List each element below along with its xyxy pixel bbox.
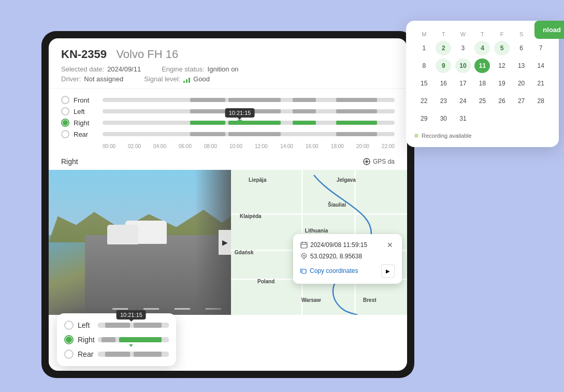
cal-day-13[interactable]: 13 (512, 57, 531, 75)
mini-timeline-rear[interactable] (98, 350, 169, 358)
cal-day-6[interactable]: 6 (512, 39, 531, 57)
seg-right-1 (190, 121, 225, 125)
camera-row-right[interactable]: Right 10:21:15 (61, 119, 395, 127)
camera-right-text: Right (74, 119, 89, 127)
time-axis: 00:00 02:00 04:00 06:00 08:00 10:00 12:0… (61, 141, 395, 149)
camera-label-rear[interactable]: Rear (61, 130, 103, 138)
cal-day-25[interactable]: 25 (473, 92, 493, 110)
gps-popup-close[interactable]: ✕ (385, 240, 395, 250)
mini-radio-left[interactable] (64, 321, 74, 330)
mini-radio-right[interactable] (64, 335, 74, 344)
cal-day-20[interactable]: 20 (512, 75, 531, 92)
mini-radio-rear[interactable] (64, 350, 74, 359)
mini-label-right[interactable]: Right (64, 335, 98, 344)
camera-front-text: Front (74, 96, 89, 104)
cal-day-4[interactable]: 4 (473, 39, 493, 57)
camera-label-front[interactable]: Front (61, 96, 103, 104)
camera-rear-text: Rear (74, 130, 88, 138)
cal-day-17[interactable]: 17 (453, 75, 473, 92)
cal-day-2[interactable]: 2 (434, 39, 454, 57)
timeline-track-rear (103, 132, 395, 136)
mini-track-right (98, 337, 169, 342)
cal-day-21[interactable]: 21 (531, 75, 551, 92)
cal-week-5: 29 30 31 (414, 110, 551, 127)
cal-day-7[interactable]: 7 (531, 39, 551, 57)
mini-row-right[interactable]: Right (64, 335, 169, 344)
signal-bars-icon (183, 76, 190, 83)
camera-label-right[interactable]: Right (61, 119, 103, 127)
cal-day-29[interactable]: 29 (414, 110, 434, 127)
camera-label-left[interactable]: Left (61, 107, 103, 115)
map-label-brest: Brest (363, 297, 377, 303)
mini-timeline-right[interactable] (98, 336, 169, 344)
download-button[interactable]: nload (534, 21, 564, 39)
cal-day-3[interactable]: 3 (453, 39, 473, 57)
location-icon (300, 253, 308, 260)
cal-day-15[interactable]: 15 (414, 75, 434, 92)
time-2: 04:00 (153, 143, 166, 149)
cal-day-31[interactable]: 31 (453, 110, 473, 127)
copy-coordinates-button[interactable]: Copy coordinates (300, 267, 358, 274)
cal-day-16[interactable]: 16 (434, 75, 454, 92)
cal-day-9[interactable]: 9 (434, 57, 454, 75)
calendar-table: M T W T F S S 1 2 3 4 5 6 7 8 9 10 (414, 29, 551, 127)
timeline-rear[interactable] (103, 131, 395, 137)
timeline-right[interactable]: 10:21:15 (103, 120, 395, 126)
cal-day-19[interactable]: 19 (492, 75, 512, 92)
cal-day-10[interactable]: 10 (453, 57, 473, 75)
map-label-jelgava: Jelgava (337, 177, 356, 183)
cal-day-1[interactable]: 1 (414, 39, 434, 57)
mini-seg-left-1 (105, 323, 130, 328)
play-button[interactable]: ▶ (381, 264, 395, 278)
signal-value: Good (193, 75, 210, 83)
mini-timeline-left[interactable]: 10:21:15 (98, 321, 169, 329)
map-label-gdansk: Gdańsk (235, 250, 254, 255)
mini-track-left: 10:21:15 (98, 323, 169, 328)
time-tooltip: 10:21:15 (225, 108, 255, 118)
cal-week-4: 22 23 24 25 26 27 28 (414, 92, 551, 110)
cal-day-14[interactable]: 14 (531, 57, 551, 75)
copy-label: Copy coordinates (310, 267, 358, 274)
radio-right[interactable] (61, 119, 69, 127)
cal-day-11[interactable]: 11 (473, 57, 493, 75)
video-next-arrow[interactable]: ▶ (219, 230, 231, 255)
cal-day-8[interactable]: 8 (414, 57, 434, 75)
seg-left-3 (293, 109, 316, 113)
gps-copy-row: Copy coordinates ▶ (300, 264, 395, 278)
radio-left[interactable] (61, 107, 69, 115)
gps-icon (363, 158, 370, 165)
mini-row-left[interactable]: Left 10:21:15 (64, 321, 169, 330)
cal-day-30[interactable]: 30 (434, 110, 454, 127)
seg-front-2 (228, 98, 281, 102)
timeline-section: Front Left (49, 89, 407, 153)
camera-row-front[interactable]: Front (61, 96, 395, 104)
time-8: 16:00 (306, 143, 319, 149)
cal-day-26[interactable]: 26 (492, 92, 512, 110)
mini-label-left[interactable]: Left (64, 321, 98, 330)
radio-rear[interactable] (61, 130, 69, 138)
vehicle-white-2 (107, 225, 138, 244)
cal-day-23[interactable]: 23 (434, 92, 454, 110)
gps-date-row: 2024/09/08 11:59:15 (300, 241, 367, 249)
camera-left-text: Left (74, 108, 85, 115)
timeline-front[interactable] (103, 97, 395, 103)
seg-left-4 (336, 109, 377, 113)
camera-row-rear[interactable]: Rear (61, 130, 395, 138)
radio-front[interactable] (61, 96, 69, 104)
cal-day-27[interactable]: 27 (512, 92, 531, 110)
cal-day-24[interactable]: 24 (453, 92, 473, 110)
cal-week-1: 1 2 3 4 5 6 7 (414, 39, 551, 57)
mini-label-rear[interactable]: Rear (64, 350, 98, 359)
map-label-klaipeda: Klaipėda (240, 213, 262, 219)
seg-front-3 (293, 98, 316, 102)
time-1: 02:00 (128, 143, 141, 149)
seg-left-1 (190, 109, 225, 113)
cal-day-12[interactable]: 12 (492, 57, 512, 75)
cal-day-22[interactable]: 22 (414, 92, 434, 110)
mini-right-text: Right (78, 336, 95, 344)
cal-day-5[interactable]: 5 (492, 39, 512, 57)
cal-day-18[interactable]: 18 (473, 75, 493, 92)
mini-row-rear[interactable]: Rear (64, 350, 169, 359)
cal-th-f: F (492, 29, 512, 39)
cal-day-28[interactable]: 28 (531, 92, 551, 110)
